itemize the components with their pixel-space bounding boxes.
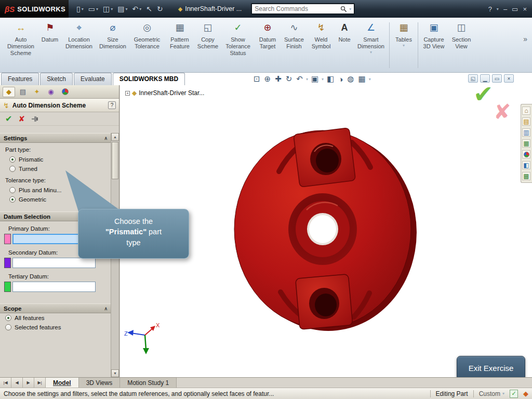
scroll-down-icon[interactable]: ▼ [111,369,119,377]
doc-close-icon[interactable]: × [504,74,514,83]
doc-maximize-icon[interactable]: ▭ [492,74,502,83]
view-orientation-icon[interactable]: ▣ [310,74,320,84]
secondary-datum-field[interactable] [12,258,96,268]
radio-button[interactable] [9,166,16,172]
tab-solidworks-mbd[interactable]: SOLIDWORKS MBD [113,73,185,85]
ribbon-tables[interactable]: ▦Tables▾ [391,21,416,48]
ribbon-weld-symbol[interactable]: ↯Weld Symbol [308,21,335,50]
radio-selected-features[interactable]: Selected features [0,323,111,332]
units-dropdown[interactable]: Custom ▾ [479,390,504,397]
radio-button[interactable] [5,315,11,321]
tab-model[interactable]: Model [46,378,79,388]
tab-evaluate[interactable]: Evaluate [74,73,112,85]
ribbon-datum-target[interactable]: ⊕Datum Target [255,21,281,50]
print-button[interactable]: ▤▾ [116,4,129,14]
expand-plus-icon[interactable]: + [125,91,130,96]
ribbon-show-tolerance-status[interactable]: ✓Show Tolerance Status [221,21,255,57]
radio-button[interactable] [9,156,16,163]
scroll-up-icon[interactable]: ▲ [111,133,119,141]
select-button[interactable]: ↖ [144,4,154,14]
undo-button[interactable]: ↶▾ [130,4,143,14]
radio-prismatic[interactable]: Prismatic [0,155,111,164]
tab-features[interactable]: Features [1,73,39,85]
radio-button[interactable] [9,196,16,203]
section-settings-header[interactable]: Settings ∧ [0,133,111,143]
ribbon-overflow-button[interactable]: » [523,21,530,43]
ok-button[interactable]: ✔ [5,114,12,124]
part-3d-model[interactable] [231,127,418,335]
file-explorer-icon[interactable]: ▥ [522,128,530,137]
ribbon-size-dimension[interactable]: ⌀Size Dimension [97,21,129,50]
tab-scroll-last-button[interactable]: ▶| [34,378,46,388]
hide-show-icon[interactable]: ◑ [337,74,344,84]
collapse-chevron-icon[interactable]: ∧ [104,136,108,141]
chevron-down-icon[interactable]: ▾ [497,7,499,11]
chevron-down-icon[interactable]: ▾ [349,7,351,11]
appearances-icon[interactable]: ◍ [346,74,355,84]
ribbon-note[interactable]: ANote [335,21,354,44]
scene-icon[interactable]: ▦ [357,74,366,84]
propertymanager-tab[interactable]: ◆ [3,87,15,97]
tab-scroll-left-button[interactable]: ◀ [11,378,23,388]
scene-icon[interactable]: ◧ [522,161,530,169]
open-button[interactable]: ▭▾ [87,4,100,14]
pushpin-icon[interactable] [31,115,39,123]
chevron-down-icon[interactable]: ▾ [306,77,308,82]
appearances-tab[interactable] [59,87,71,97]
tab-scroll-first-button[interactable]: |◀ [0,378,11,388]
section-scope-header[interactable]: Scope ∧ [0,303,111,313]
palette-icon[interactable]: ▦ [522,139,530,148]
doc-restore-icon[interactable]: ◱ [468,74,478,83]
ribbon-geometric-tolerance[interactable]: ◎Geometric Tolerance [129,21,165,50]
home-icon[interactable]: ⌂ [522,107,530,115]
pan-icon[interactable]: ✚ [274,74,283,84]
previous-view-icon[interactable]: ↶ [295,74,304,84]
ribbon-copy-scheme[interactable]: ◱Copy Scheme [194,21,221,50]
doc-minimize-icon[interactable]: ▁ [480,74,490,83]
ribbon-pattern-feature[interactable]: ▦Pattern Feature [165,21,194,50]
dimxpert-tab[interactable]: ✦ [31,87,43,97]
minimize-button[interactable]: – [503,5,507,13]
tab-sketch[interactable]: Sketch [40,73,73,85]
rotate-view-icon[interactable]: ↻ [285,74,294,84]
save-button[interactable]: ◫▾ [101,4,114,14]
maximize-button[interactable]: ▭ [512,5,518,13]
tab-3d-views[interactable]: 3D Views [79,378,120,388]
document-title-text: InnerShaft-Driver ... [185,5,242,12]
close-button[interactable]: × [523,5,527,13]
quick-tips-icon[interactable]: ◆ [523,390,528,397]
radio-all-features[interactable]: All features [0,313,111,323]
help-button[interactable]: ? [488,5,492,13]
display-style-icon[interactable]: ◧ [326,74,335,84]
tertiary-datum-field[interactable] [12,282,96,292]
chevron-down-icon[interactable]: ▾ [369,77,371,82]
displaymanager-tab[interactable]: ◉ [45,87,57,97]
ribbon-section-view[interactable]: ◫Section View [448,21,475,50]
appearances-wheel-icon[interactable] [522,150,530,158]
feature-tree-root[interactable]: + ◆ InnerShaft-Driver Star... [125,89,204,97]
zoom-area-icon[interactable]: ⊕ [263,74,272,84]
rebuild-button[interactable]: ↻ [155,4,165,14]
ribbon-capture-3d-view[interactable]: ▣Capture 3D View [420,21,448,50]
ribbon-datum[interactable]: ⚑Datum [38,21,61,44]
collapse-chevron-icon[interactable]: ∧ [104,306,108,311]
ribbon-smart-dimension[interactable]: ∠Smart Dimension▾ [354,21,388,55]
ribbon-auto-dimension-scheme[interactable]: ↔Auto Dimension Scheme [3,21,38,57]
tab-scroll-right-button[interactable]: ▶ [23,378,34,388]
chevron-down-icon[interactable]: ▾ [322,77,324,82]
search-input[interactable] [255,5,338,12]
radio-button[interactable] [5,324,11,330]
custom-properties-icon[interactable]: ▩ [522,172,530,180]
new-document-button[interactable]: ▯▾ [75,4,85,14]
zoom-fit-icon[interactable]: ⊡ [252,74,261,84]
configuration-tab[interactable]: ▤ [17,87,29,97]
design-library-icon[interactable]: ▤ [522,117,530,126]
exit-exercise-button[interactable]: Exit Exercise [457,356,525,377]
search-commands-box[interactable]: ▾ [251,3,355,15]
cancel-button[interactable]: ✘ [18,114,25,124]
ribbon-location-dimension[interactable]: ⌖Location Dimension [61,21,97,50]
tab-motion-study-1[interactable]: Motion Study 1 [120,378,177,388]
radio-button[interactable] [9,187,16,193]
panel-help-button[interactable]: ? [108,101,116,109]
ribbon-surface-finish[interactable]: ∿Surface Finish [281,21,308,50]
